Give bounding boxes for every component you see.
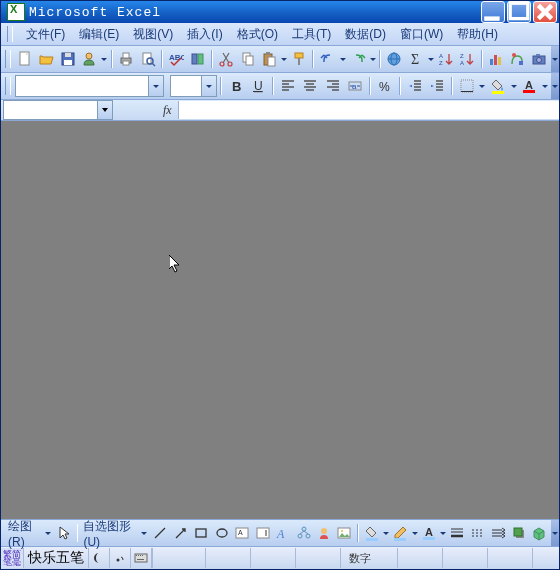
toolbar-options[interactable] [551,73,559,99]
menu-edit[interactable]: 编辑(E) [72,24,126,45]
camera-button[interactable] [529,48,550,70]
svg-text:Σ: Σ [411,52,419,67]
toolbar-grip[interactable] [5,77,11,95]
font-color-draw-dropdown[interactable] [440,522,447,544]
chart-button[interactable] [486,48,507,70]
name-box-dropdown[interactable] [97,101,112,119]
undo-dropdown[interactable] [339,48,346,70]
hyperlink-button[interactable] [384,48,405,70]
percent-button[interactable]: % [374,75,396,97]
spelling-button[interactable]: ABC [166,48,187,70]
toolbar-grip[interactable] [5,50,11,68]
autosum-dropdown[interactable] [427,48,434,70]
new-button[interactable] [15,48,36,70]
open-button[interactable] [36,48,57,70]
bold-button[interactable]: B [225,75,247,97]
arrow-style-button[interactable] [489,522,508,544]
menu-file[interactable]: 文件(F) [19,24,72,45]
font-size-dropdown[interactable] [201,76,216,96]
format-painter-button[interactable] [289,48,310,70]
sort-asc-button[interactable]: AZ [436,48,457,70]
line-style-button[interactable] [448,522,467,544]
select-objects-button[interactable] [54,522,73,544]
toolbar-options[interactable] [551,520,559,546]
line-color-dropdown[interactable] [411,522,418,544]
workspace[interactable] [1,121,559,519]
dash-style-button[interactable] [468,522,487,544]
toolbar-options[interactable] [551,46,559,72]
title-bar[interactable]: Microsoft Excel [1,1,559,23]
print-preview-button[interactable] [138,48,159,70]
ime-keyboard-icon[interactable] [131,548,152,568]
increase-indent-button[interactable] [426,75,448,97]
sort-desc-button[interactable]: ZA [457,48,478,70]
minimize-button[interactable] [481,1,505,23]
line-button[interactable] [151,522,170,544]
redo-button[interactable] [347,48,368,70]
menu-insert[interactable]: 插入(I) [180,24,229,45]
font-size-combo[interactable] [170,75,217,97]
close-button[interactable] [533,1,557,23]
save-button[interactable] [58,48,79,70]
menu-help[interactable]: 帮助(H) [450,24,505,45]
permission-dropdown[interactable] [101,48,108,70]
menu-tools[interactable]: 工具(T) [285,24,338,45]
oval-button[interactable] [212,522,231,544]
print-button[interactable] [116,48,137,70]
vertical-textbox-button[interactable] [253,522,272,544]
copy-button[interactable] [237,48,258,70]
cut-button[interactable] [216,48,237,70]
ime-indicator-icon[interactable]: 繁简笔毫 [1,548,24,568]
align-center-button[interactable] [300,75,322,97]
borders-button[interactable] [456,75,478,97]
fill-color-draw-button[interactable] [362,522,381,544]
fx-icon[interactable]: fx [113,103,178,118]
autoshapes-menu[interactable]: 自选图形(U) [81,518,149,549]
draw-menu[interactable]: 绘图(R) [6,518,53,549]
3d-button[interactable] [529,522,548,544]
fill-color-draw-dropdown[interactable] [383,522,390,544]
menu-window[interactable]: 窗口(W) [393,24,450,45]
fill-color-dropdown[interactable] [510,75,518,97]
font-color-button[interactable]: A [519,75,541,97]
research-button[interactable] [188,48,209,70]
undo-button[interactable] [317,48,338,70]
merge-center-button[interactable]: a [345,75,367,97]
align-right-button[interactable] [322,75,344,97]
font-color-dropdown[interactable] [541,75,549,97]
arrow-button[interactable] [171,522,190,544]
autosum-button[interactable]: Σ [406,48,427,70]
name-box[interactable] [3,100,113,120]
diagram-button[interactable] [294,522,313,544]
font-color-draw-button[interactable]: A [419,522,438,544]
underline-button[interactable]: U [247,75,269,97]
menu-data[interactable]: 数据(D) [338,24,393,45]
ime-half-moon-icon[interactable] [89,548,110,568]
menu-format[interactable]: 格式(O) [230,24,285,45]
formula-input[interactable] [178,101,559,119]
menu-grip[interactable] [7,26,13,42]
shadow-button[interactable] [509,522,528,544]
line-color-button[interactable] [391,522,410,544]
ime-punct-icon[interactable] [110,548,131,568]
fill-color-button[interactable] [487,75,509,97]
rectangle-button[interactable] [192,522,211,544]
textbox-button[interactable]: A [232,522,251,544]
resize-grip[interactable] [532,548,559,568]
paste-button[interactable] [259,48,280,70]
paste-dropdown[interactable] [280,48,287,70]
drawing-toggle-button[interactable] [507,48,528,70]
align-left-button[interactable] [277,75,299,97]
ime-name[interactable]: 快乐五笔 [24,548,89,568]
insert-picture-button[interactable] [335,522,354,544]
decrease-indent-button[interactable] [404,75,426,97]
borders-dropdown[interactable] [478,75,486,97]
font-name-dropdown[interactable] [148,76,163,96]
maximize-button[interactable] [507,1,531,23]
wordart-button[interactable]: A [273,522,292,544]
permission-button[interactable] [79,48,100,70]
clipart-button[interactable] [314,522,333,544]
redo-dropdown[interactable] [369,48,376,70]
font-name-combo[interactable] [15,75,164,97]
menu-view[interactable]: 视图(V) [126,24,180,45]
